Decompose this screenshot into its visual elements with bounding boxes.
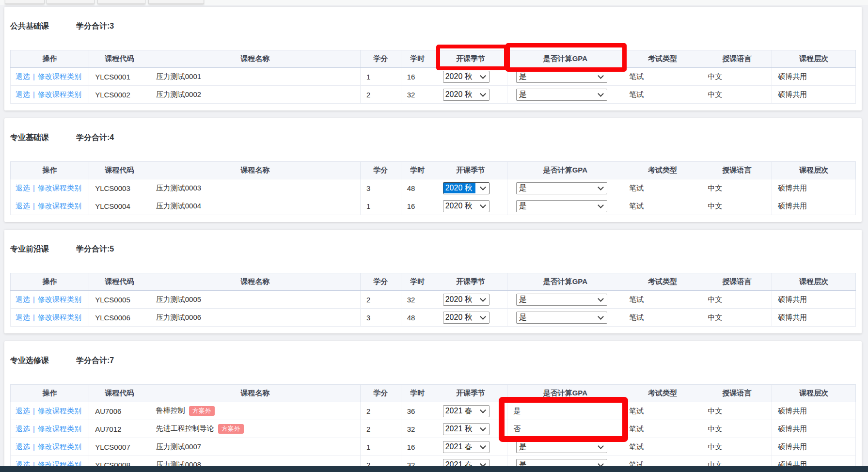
select-value: 是 xyxy=(517,441,597,452)
season-select[interactable]: 2020 秋 xyxy=(443,312,489,324)
course-name: 压力测试0002 xyxy=(156,90,201,98)
course-name: 鲁棒控制 xyxy=(156,406,185,414)
season-select[interactable]: 2021 春 xyxy=(443,405,489,417)
course-name-cell: 鲁棒控制方案外 xyxy=(150,402,360,420)
season-select[interactable]: 2020 秋 xyxy=(443,182,489,194)
modify-category-link[interactable]: 修改课程类别 xyxy=(38,442,81,451)
table-row: 退选|修改课程类别YLCS0002压力测试00022322020 秋是笔试中文硕… xyxy=(11,86,856,104)
gpa-cell: 是 xyxy=(507,86,623,104)
season-cell: 2021 春 xyxy=(434,402,507,420)
course-table: 操作课程代码课程名称学分学时开课季节是否计算GPA考试类型授课语言课程层次 退选… xyxy=(10,384,856,472)
course-code-cell: YLCS0004 xyxy=(89,197,150,215)
column-header-label: 课程代码 xyxy=(105,166,134,174)
column-header-4: 学时 xyxy=(401,162,434,179)
table-row: 退选|修改课程类别YLCS0001压力测试00011162020 秋是笔试中文硕… xyxy=(11,68,856,86)
modify-category-link[interactable]: 修改课程类别 xyxy=(38,295,81,303)
modify-category-link[interactable]: 修改课程类别 xyxy=(38,313,81,321)
modify-category-link[interactable]: 修改课程类别 xyxy=(38,72,81,80)
column-header-9: 课程层次 xyxy=(772,273,856,291)
gpa-select[interactable]: 是 xyxy=(516,294,607,306)
course-name: 压力测试0005 xyxy=(156,295,201,303)
chevron-down-icon xyxy=(480,443,486,449)
section-credits-total: 学分合计:5 xyxy=(76,244,114,254)
unselect-link[interactable]: 退选 xyxy=(16,407,30,415)
gpa-cell: 是 xyxy=(507,402,623,420)
section-credits-total: 学分合计:4 xyxy=(76,133,114,143)
section-title: 专业基础课 xyxy=(10,133,49,143)
column-header-label: 课程代码 xyxy=(105,277,134,285)
language-cell: 中文 xyxy=(702,291,772,309)
gpa-select[interactable]: 是 xyxy=(516,441,607,453)
modify-category-link[interactable]: 修改课程类别 xyxy=(38,407,81,415)
modify-category-link[interactable]: 修改课程类别 xyxy=(38,184,81,192)
course-table: 操作课程代码课程名称学分学时开课季节是否计算GPA考试类型授课语言课程层次 退选… xyxy=(10,50,856,104)
chevron-down-icon xyxy=(598,202,604,208)
gpa-select[interactable]: 是 xyxy=(516,71,607,83)
gpa-select[interactable]: 是 xyxy=(516,89,607,101)
link-separator: | xyxy=(33,295,35,303)
unselect-link[interactable]: 退选 xyxy=(16,202,30,210)
course-name: 先进工程控制导论 xyxy=(156,424,214,432)
season-select[interactable]: 2021 秋 xyxy=(443,423,489,435)
gpa-cell: 是 xyxy=(507,438,623,456)
gpa-select[interactable]: 是 xyxy=(516,312,607,324)
operations-cell: 退选|修改课程类别 xyxy=(11,402,89,420)
season-select[interactable]: 2020 秋 xyxy=(443,200,489,212)
course-level-cell: 硕博共用 xyxy=(772,420,856,438)
hours-cell: 36 xyxy=(401,402,434,420)
season-cell: 2021 春 xyxy=(434,438,507,456)
section-header: 专业前沿课 学分合计:5 xyxy=(10,244,856,254)
course-section-card: 专业选修课 学分合计:7 操作课程代码课程名称学分学时开课季节是否计算GPA考试… xyxy=(4,341,862,472)
season-select[interactable]: 2020 秋 xyxy=(443,294,489,306)
course-name-cell: 压力测试0006 xyxy=(150,309,360,327)
modify-category-link[interactable]: 修改课程类别 xyxy=(38,425,81,433)
unselect-link[interactable]: 退选 xyxy=(16,425,30,433)
course-code-cell: YLCS0003 xyxy=(89,179,150,197)
course-level-cell: 硕博共用 xyxy=(772,438,856,456)
column-header-label: 课程代码 xyxy=(105,54,134,63)
unselect-link[interactable]: 退选 xyxy=(16,90,30,98)
table-row: 退选|修改课程类别YLCS0006压力测试00063482020 秋是笔试中文硕… xyxy=(11,309,856,327)
season-cell: 2020 秋 xyxy=(434,197,507,215)
unselect-link[interactable]: 退选 xyxy=(16,72,30,80)
gpa-select[interactable]: 是 xyxy=(516,200,607,212)
table-row: 退选|修改课程类别YLCS0007压力测试00071162021 春是笔试中文硕… xyxy=(11,438,856,456)
course-name-cell: 压力测试0007 xyxy=(150,438,360,456)
unselect-link[interactable]: 退选 xyxy=(16,295,30,303)
course-code-cell: AU7012 xyxy=(89,420,150,438)
season-cell: 2020 秋 xyxy=(434,179,507,197)
column-header-label: 是否计算GPA xyxy=(543,277,587,285)
unselect-link[interactable]: 退选 xyxy=(16,442,30,451)
column-header-label: 是否计算GPA xyxy=(543,166,587,174)
course-table-wrap: 操作课程代码课程名称学分学时开课季节是否计算GPA考试类型授课语言课程层次 退选… xyxy=(10,273,856,327)
language-cell: 中文 xyxy=(702,438,772,456)
column-header-1: 课程代码 xyxy=(89,273,150,291)
column-header-8: 授课语言 xyxy=(702,385,772,402)
season-select[interactable]: 2020 秋 xyxy=(443,89,489,101)
season-select[interactable]: 2020 秋 xyxy=(443,71,489,83)
hours-cell: 32 xyxy=(401,291,434,309)
modify-category-link[interactable]: 修改课程类别 xyxy=(38,90,81,98)
course-table-wrap: 操作课程代码课程名称学分学时开课季节是否计算GPA考试类型授课语言课程层次 退选… xyxy=(10,50,856,104)
column-header-label: 是否计算GPA xyxy=(543,54,587,63)
course-level-cell: 硕博共用 xyxy=(772,68,856,86)
operations-cell: 退选|修改课程类别 xyxy=(11,68,89,86)
hours-cell: 32 xyxy=(401,420,434,438)
unselect-link[interactable]: 退选 xyxy=(16,313,30,321)
modify-category-link[interactable]: 修改课程类别 xyxy=(38,202,81,210)
column-header-label: 学时 xyxy=(410,389,425,397)
column-header-label: 操作 xyxy=(43,166,57,174)
gpa-select[interactable]: 是 xyxy=(516,182,607,194)
course-name: 压力测试0001 xyxy=(156,72,201,80)
column-header-5: 开课季节 xyxy=(434,162,507,179)
course-code-cell: YLCS0007 xyxy=(89,438,150,456)
exam-type-cell: 笔试 xyxy=(623,179,702,197)
column-header-label: 开课季节 xyxy=(456,54,485,63)
course-name: 压力测试0006 xyxy=(156,313,201,321)
season-select[interactable]: 2021 春 xyxy=(443,441,489,453)
unselect-link[interactable]: 退选 xyxy=(16,184,30,192)
select-value: 2021 春 xyxy=(443,441,479,452)
credits-cell: 2 xyxy=(361,402,401,420)
exam-type-cell: 笔试 xyxy=(623,309,702,327)
chevron-down-icon xyxy=(480,407,486,413)
